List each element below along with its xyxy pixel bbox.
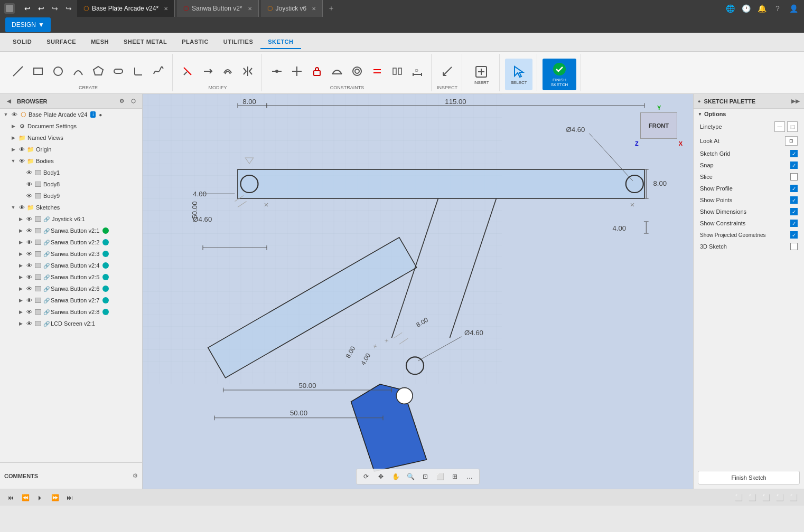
zoom-fit-button[interactable]: ⊡: [419, 470, 432, 483]
offset-tool-button[interactable]: [218, 60, 237, 83]
sanwa2-eye[interactable]: 👁: [25, 239, 33, 246]
bodies-eye-icon[interactable]: 👁: [18, 157, 25, 165]
3d-sketch-checkbox[interactable]: [790, 243, 798, 250]
body8-eye-icon[interactable]: 👁: [25, 180, 33, 188]
skip-forward-button[interactable]: ⏭: [63, 491, 76, 504]
root-eye-icon[interactable]: 👁: [11, 111, 18, 118]
sidebar-item-sanwa-2[interactable]: ▶ 👁 🔗 Sanwa Button v2:2: [0, 236, 142, 248]
view-cube-front[interactable]: FRONT: [640, 112, 677, 139]
tab-close-joystick[interactable]: ✕: [312, 6, 316, 12]
step-back-button[interactable]: ⏪: [19, 491, 32, 504]
tangent-button[interactable]: [328, 60, 347, 83]
new-tab-button[interactable]: ＋: [325, 2, 338, 15]
sidebar-expand-button[interactable]: ⬡: [128, 97, 138, 106]
tab-close-base-plate[interactable]: ✕: [164, 6, 168, 12]
tab-plastic[interactable]: PLASTIC: [174, 35, 216, 49]
sidebar-item-sanwa-3[interactable]: ▶ 👁 🔗 Sanwa Button v2:3: [0, 248, 142, 260]
zoom-button[interactable]: 🔍: [404, 470, 417, 483]
view-mode-5[interactable]: ⬜: [787, 491, 800, 504]
view-mode-2[interactable]: ⬜: [746, 491, 759, 504]
help-icon[interactable]: ?: [771, 2, 784, 15]
sidebar-item-body1[interactable]: 👁 Body1: [0, 167, 142, 178]
sidebar-item-sanwa-6[interactable]: ▶ 👁 🔗 Sanwa Button v2:6: [0, 283, 142, 294]
slot-tool-button[interactable]: [109, 60, 128, 83]
sanwa7-eye[interactable]: 👁: [25, 297, 33, 304]
sanwa5-eye[interactable]: 👁: [25, 273, 33, 281]
sidebar-item-joystick[interactable]: ▶ 👁 🔗 Joystick v6:1: [0, 213, 142, 225]
concentric-button[interactable]: [348, 60, 367, 83]
origin-eye-icon[interactable]: 👁: [18, 146, 25, 153]
lcd-eye[interactable]: 👁: [25, 320, 33, 327]
orbit-button[interactable]: ⟳: [360, 470, 372, 483]
redo2-button[interactable]: ↪: [62, 2, 75, 15]
sidebar-item-sketches[interactable]: ▼ 👁 📁 Sketches: [0, 202, 142, 213]
step-forward-button[interactable]: ⏩: [49, 491, 61, 504]
symmetry-button[interactable]: [388, 60, 407, 83]
collinear-button[interactable]: [287, 60, 306, 83]
fillet-tool-button[interactable]: [129, 60, 148, 83]
sidebar-item-body9[interactable]: 👁 Body9: [0, 190, 142, 202]
finish-sketch-palette-button[interactable]: Finish Sketch: [698, 471, 800, 484]
sidebar-collapse-button[interactable]: ◀: [4, 97, 14, 106]
show-profile-checkbox[interactable]: ✓: [790, 185, 798, 192]
linetype-btn-2[interactable]: ⬚: [787, 121, 798, 132]
view-mode-4[interactable]: ⬜: [773, 491, 786, 504]
skip-back-button[interactable]: ⏮: [4, 491, 17, 504]
sketch-grid-checkbox[interactable]: ✓: [790, 150, 798, 157]
circle-tool-button[interactable]: [49, 60, 68, 83]
sidebar-item-body8[interactable]: 👁 Body8: [0, 178, 142, 190]
linetype-btn-1[interactable]: —: [774, 121, 785, 132]
tab-sketch[interactable]: SKETCH: [260, 35, 301, 49]
measure-button[interactable]: [438, 60, 457, 83]
view-mode-1[interactable]: ⬜: [732, 491, 745, 504]
hand-button[interactable]: ✋: [389, 470, 402, 483]
trim-tool-button[interactable]: [178, 60, 197, 83]
sidebar-item-sanwa-1[interactable]: ▶ 👁 🔗 Sanwa Button v2:1: [0, 225, 142, 236]
mirror-tool-button[interactable]: [238, 60, 257, 83]
tab-solid[interactable]: SOLID: [5, 35, 39, 49]
play-button[interactable]: ⏵: [34, 491, 46, 504]
tab-sheet-metal[interactable]: SHEET METAL: [116, 35, 174, 49]
rectangle-tool-button[interactable]: [29, 60, 48, 83]
sidebar-item-bodies[interactable]: ▼ 👁 📁 Bodies: [0, 155, 142, 167]
palette-collapse-button[interactable]: ▶▶: [791, 98, 800, 104]
user-avatar[interactable]: 👤: [787, 2, 800, 15]
look-at-button[interactable]: ⊡: [785, 136, 798, 146]
tab-joystick[interactable]: ⬡ Joystick v6 ✕: [261, 0, 323, 17]
sanwa3-eye[interactable]: 👁: [25, 250, 33, 258]
tab-utilities[interactable]: UTILITIES: [216, 35, 260, 49]
sketches-eye-icon[interactable]: 👁: [18, 204, 25, 211]
sidebar-settings-button[interactable]: ⚙: [117, 97, 126, 106]
comments-settings-icon[interactable]: ⚙: [133, 472, 138, 479]
undo-button[interactable]: ↩: [21, 2, 34, 15]
spline-tool-button[interactable]: [149, 60, 168, 83]
equal-button[interactable]: [368, 60, 387, 83]
globe-icon[interactable]: 🌐: [724, 2, 736, 15]
design-button[interactable]: DESIGN ▼: [5, 17, 51, 32]
sanwa8-eye[interactable]: 👁: [25, 308, 33, 316]
dimension-button[interactable]: D: [408, 60, 427, 83]
sidebar-item-lcd[interactable]: ▶ 👁 🔗 LCD Screen v2:1: [0, 318, 142, 329]
options-section-header[interactable]: ▼ Options: [694, 109, 804, 119]
joystick-eye-icon[interactable]: 👁: [25, 215, 33, 223]
slice-checkbox[interactable]: [790, 173, 798, 180]
lock-button[interactable]: [307, 60, 326, 83]
sidebar-item-sanwa-4[interactable]: ▶ 👁 🔗 Sanwa Button v2:4: [0, 260, 142, 271]
tab-mesh[interactable]: MESH: [83, 35, 116, 49]
arc-tool-button[interactable]: [69, 60, 88, 83]
sidebar-item-named-views[interactable]: ▶ 📁 Named Views: [0, 132, 142, 144]
view-mode-3[interactable]: ⬜: [760, 491, 772, 504]
line-tool-button[interactable]: [8, 60, 27, 83]
view-options-button[interactable]: ⬜: [434, 470, 446, 483]
show-points-checkbox[interactable]: ✓: [790, 196, 798, 204]
sidebar-item-sanwa-7[interactable]: ▶ 👁 🔗 Sanwa Button v2:7: [0, 294, 142, 306]
sanwa1-eye[interactable]: 👁: [25, 227, 33, 234]
select-button[interactable]: SELECT: [505, 59, 532, 90]
sidebar-item-origin[interactable]: ▶ 👁 📁 Origin: [0, 144, 142, 155]
sidebar-item-root[interactable]: ▼ 👁 ⬡ Base Plate Arcade v24 i ●: [0, 109, 142, 120]
sidebar-item-document-settings[interactable]: ▶ ⚙ Document Settings: [0, 120, 142, 132]
tab-base-plate[interactable]: ⬡ Base Plate Arcade v24* ✕: [77, 0, 175, 17]
tab-surface[interactable]: SURFACE: [39, 35, 83, 49]
canvas-area[interactable]: 8.00 115.00 Ø4.60 8.00 4.00: [143, 94, 693, 489]
sidebar-item-sanwa-5[interactable]: ▶ 👁 🔗 Sanwa Button v2:5: [0, 271, 142, 283]
